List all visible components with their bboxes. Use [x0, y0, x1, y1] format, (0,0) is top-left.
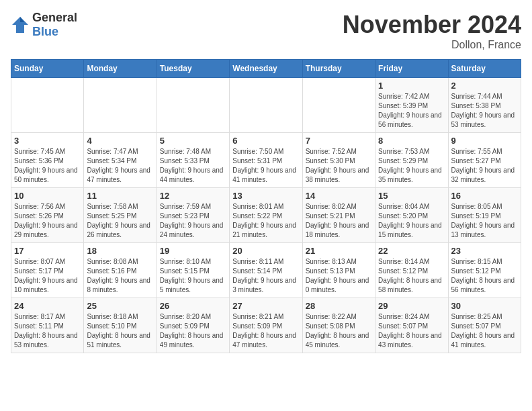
day-info: Sunrise: 8:21 AM Sunset: 5:09 PM Dayligh…	[232, 312, 299, 350]
day-info: Sunrise: 8:25 AM Sunset: 5:07 PM Dayligh…	[451, 312, 518, 350]
calendar-cell: 4Sunrise: 7:47 AM Sunset: 5:34 PM Daylig…	[84, 133, 157, 188]
day-header-thursday: Thursday	[302, 60, 375, 78]
day-number: 2	[451, 81, 518, 91]
day-header-tuesday: Tuesday	[157, 60, 229, 78]
calendar-cell: 28Sunrise: 8:22 AM Sunset: 5:08 PM Dayli…	[302, 298, 375, 353]
day-info: Sunrise: 7:59 AM Sunset: 5:23 PM Dayligh…	[160, 202, 226, 240]
location: Dollon, France	[343, 39, 521, 51]
day-info: Sunrise: 7:48 AM Sunset: 5:33 PM Dayligh…	[160, 147, 226, 185]
calendar-week-1: 1Sunrise: 7:42 AM Sunset: 5:39 PM Daylig…	[11, 78, 521, 133]
day-number: 13	[232, 191, 299, 201]
calendar-cell: 30Sunrise: 8:25 AM Sunset: 5:07 PM Dayli…	[448, 298, 521, 353]
calendar-cell: 12Sunrise: 7:59 AM Sunset: 5:23 PM Dayli…	[157, 188, 229, 243]
day-number: 28	[306, 301, 372, 311]
day-info: Sunrise: 8:24 AM Sunset: 5:07 PM Dayligh…	[378, 312, 445, 350]
calendar-cell	[84, 78, 157, 133]
day-number: 9	[451, 136, 518, 146]
day-number: 16	[451, 191, 518, 201]
day-number: 26	[160, 301, 226, 311]
day-header-friday: Friday	[375, 60, 448, 78]
day-info: Sunrise: 7:58 AM Sunset: 5:25 PM Dayligh…	[87, 202, 153, 240]
calendar-cell	[11, 78, 84, 133]
calendar-cell: 23Sunrise: 8:15 AM Sunset: 5:12 PM Dayli…	[448, 243, 521, 298]
calendar-cell: 19Sunrise: 8:10 AM Sunset: 5:15 PM Dayli…	[157, 243, 229, 298]
day-number: 27	[232, 301, 299, 311]
calendar-week-3: 10Sunrise: 7:56 AM Sunset: 5:26 PM Dayli…	[11, 188, 521, 243]
calendar-cell: 18Sunrise: 8:08 AM Sunset: 5:16 PM Dayli…	[84, 243, 157, 298]
day-info: Sunrise: 8:20 AM Sunset: 5:09 PM Dayligh…	[160, 312, 226, 350]
logo-blue: Blue	[32, 25, 58, 38]
calendar-week-2: 3Sunrise: 7:45 AM Sunset: 5:36 PM Daylig…	[11, 133, 521, 188]
day-number: 1	[378, 81, 445, 91]
day-number: 25	[87, 301, 153, 311]
day-info: Sunrise: 7:53 AM Sunset: 5:29 PM Dayligh…	[378, 147, 445, 185]
day-info: Sunrise: 8:02 AM Sunset: 5:21 PM Dayligh…	[306, 202, 372, 240]
calendar-cell: 29Sunrise: 8:24 AM Sunset: 5:07 PM Dayli…	[375, 298, 448, 353]
day-number: 5	[160, 136, 226, 146]
day-info: Sunrise: 7:50 AM Sunset: 5:31 PM Dayligh…	[232, 147, 299, 185]
day-number: 19	[160, 246, 226, 256]
day-info: Sunrise: 7:45 AM Sunset: 5:36 PM Dayligh…	[14, 147, 81, 185]
logo-icon	[11, 15, 30, 34]
day-number: 23	[451, 246, 518, 256]
day-info: Sunrise: 8:17 AM Sunset: 5:11 PM Dayligh…	[14, 312, 81, 350]
svg-marker-1	[20, 17, 24, 22]
calendar-cell: 2Sunrise: 7:44 AM Sunset: 5:38 PM Daylig…	[448, 78, 521, 133]
page-header: General Blue November 2024 Dollon, Franc…	[11, 11, 521, 51]
day-number: 11	[87, 191, 153, 201]
calendar-week-4: 17Sunrise: 8:07 AM Sunset: 5:17 PM Dayli…	[11, 243, 521, 298]
logo-text: General Blue	[32, 11, 77, 39]
calendar-week-5: 24Sunrise: 8:17 AM Sunset: 5:11 PM Dayli…	[11, 298, 521, 353]
day-info: Sunrise: 8:05 AM Sunset: 5:19 PM Dayligh…	[451, 202, 518, 240]
logo: General Blue	[11, 11, 77, 39]
calendar-cell: 25Sunrise: 8:18 AM Sunset: 5:10 PM Dayli…	[84, 298, 157, 353]
day-number: 3	[14, 136, 81, 146]
calendar-cell: 10Sunrise: 7:56 AM Sunset: 5:26 PM Dayli…	[11, 188, 84, 243]
day-info: Sunrise: 8:15 AM Sunset: 5:12 PM Dayligh…	[451, 257, 518, 295]
day-number: 4	[87, 136, 153, 146]
day-info: Sunrise: 7:44 AM Sunset: 5:38 PM Dayligh…	[451, 92, 518, 130]
day-number: 24	[14, 301, 81, 311]
calendar-cell: 5Sunrise: 7:48 AM Sunset: 5:33 PM Daylig…	[157, 133, 229, 188]
calendar-cell: 21Sunrise: 8:13 AM Sunset: 5:13 PM Dayli…	[302, 243, 375, 298]
calendar-header-row: SundayMondayTuesdayWednesdayThursdayFrid…	[11, 60, 521, 78]
day-number: 7	[306, 136, 372, 146]
calendar-cell: 9Sunrise: 7:55 AM Sunset: 5:27 PM Daylig…	[448, 133, 521, 188]
calendar-cell: 27Sunrise: 8:21 AM Sunset: 5:09 PM Dayli…	[230, 298, 302, 353]
calendar-cell: 26Sunrise: 8:20 AM Sunset: 5:09 PM Dayli…	[157, 298, 229, 353]
day-info: Sunrise: 8:18 AM Sunset: 5:10 PM Dayligh…	[87, 312, 153, 350]
day-number: 30	[451, 301, 518, 311]
calendar-cell	[157, 78, 229, 133]
day-info: Sunrise: 7:52 AM Sunset: 5:30 PM Dayligh…	[306, 147, 372, 185]
calendar-cell: 14Sunrise: 8:02 AM Sunset: 5:21 PM Dayli…	[302, 188, 375, 243]
calendar-cell: 1Sunrise: 7:42 AM Sunset: 5:39 PM Daylig…	[375, 78, 448, 133]
day-info: Sunrise: 7:42 AM Sunset: 5:39 PM Dayligh…	[378, 92, 445, 130]
day-info: Sunrise: 8:13 AM Sunset: 5:13 PM Dayligh…	[306, 257, 372, 295]
calendar-cell: 22Sunrise: 8:14 AM Sunset: 5:12 PM Dayli…	[375, 243, 448, 298]
day-number: 29	[378, 301, 445, 311]
calendar-cell: 16Sunrise: 8:05 AM Sunset: 5:19 PM Dayli…	[448, 188, 521, 243]
day-number: 12	[160, 191, 226, 201]
day-number: 20	[232, 246, 299, 256]
day-info: Sunrise: 8:10 AM Sunset: 5:15 PM Dayligh…	[160, 257, 226, 295]
calendar-cell: 13Sunrise: 8:01 AM Sunset: 5:22 PM Dayli…	[230, 188, 302, 243]
calendar-cell: 17Sunrise: 8:07 AM Sunset: 5:17 PM Dayli…	[11, 243, 84, 298]
calendar-cell	[302, 78, 375, 133]
day-number: 15	[378, 191, 445, 201]
day-info: Sunrise: 8:07 AM Sunset: 5:17 PM Dayligh…	[14, 257, 81, 295]
day-header-sunday: Sunday	[11, 60, 84, 78]
day-info: Sunrise: 7:55 AM Sunset: 5:27 PM Dayligh…	[451, 147, 518, 185]
day-number: 22	[378, 246, 445, 256]
calendar-cell: 8Sunrise: 7:53 AM Sunset: 5:29 PM Daylig…	[375, 133, 448, 188]
day-number: 10	[14, 191, 81, 201]
day-number: 17	[14, 246, 81, 256]
calendar-cell	[230, 78, 302, 133]
day-number: 6	[232, 136, 299, 146]
day-number: 18	[87, 246, 153, 256]
day-info: Sunrise: 8:14 AM Sunset: 5:12 PM Dayligh…	[378, 257, 445, 295]
calendar-cell: 15Sunrise: 8:04 AM Sunset: 5:20 PM Dayli…	[375, 188, 448, 243]
day-info: Sunrise: 8:04 AM Sunset: 5:20 PM Dayligh…	[378, 202, 445, 240]
day-header-saturday: Saturday	[448, 60, 521, 78]
calendar-cell: 7Sunrise: 7:52 AM Sunset: 5:30 PM Daylig…	[302, 133, 375, 188]
day-info: Sunrise: 8:01 AM Sunset: 5:22 PM Dayligh…	[232, 202, 299, 240]
